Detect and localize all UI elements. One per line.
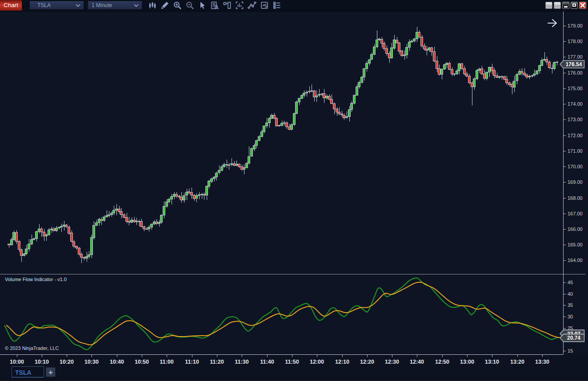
svg-text:30: 30 bbox=[568, 314, 573, 319]
svg-text:164.00: 164.00 bbox=[568, 258, 583, 263]
svg-text:168.00: 168.00 bbox=[568, 195, 583, 201]
svg-text:173.00: 173.00 bbox=[568, 117, 583, 122]
svg-text:166.00: 166.00 bbox=[568, 226, 583, 232]
svg-text:10:20: 10:20 bbox=[60, 359, 74, 365]
svg-text:11:50: 11:50 bbox=[285, 359, 299, 365]
svg-text:12:50: 12:50 bbox=[435, 359, 449, 365]
svg-text:13:30: 13:30 bbox=[535, 359, 549, 365]
svg-text:11:40: 11:40 bbox=[260, 359, 274, 365]
svg-text:© 2023 NinjaTrader, LLC: © 2023 NinjaTrader, LLC bbox=[5, 345, 59, 351]
svg-text:40: 40 bbox=[568, 291, 573, 297]
svg-text:11:20: 11:20 bbox=[210, 359, 224, 365]
svg-text:177.00: 177.00 bbox=[568, 54, 583, 60]
svg-text:11:10: 11:10 bbox=[185, 359, 199, 365]
svg-text:179.00: 179.00 bbox=[568, 23, 583, 28]
svg-text:176.54: 176.54 bbox=[566, 61, 582, 67]
svg-text:13:00: 13:00 bbox=[460, 359, 474, 365]
svg-text:165.00: 165.00 bbox=[568, 242, 583, 247]
svg-text:10:30: 10:30 bbox=[84, 359, 99, 365]
svg-text:169.00: 169.00 bbox=[568, 179, 583, 185]
svg-text:12:20: 12:20 bbox=[360, 359, 374, 365]
svg-text:13:20: 13:20 bbox=[510, 359, 524, 365]
svg-text:35: 35 bbox=[568, 302, 573, 308]
svg-text:167.00: 167.00 bbox=[568, 211, 583, 216]
svg-text:176.00: 176.00 bbox=[568, 70, 583, 75]
svg-text:10:00: 10:00 bbox=[10, 359, 24, 365]
svg-text:15: 15 bbox=[568, 348, 573, 353]
svg-text:10:10: 10:10 bbox=[35, 359, 49, 365]
svg-text:11:30: 11:30 bbox=[235, 359, 249, 365]
svg-text:13:10: 13:10 bbox=[485, 359, 499, 365]
svg-text:172.00: 172.00 bbox=[568, 133, 583, 138]
svg-text:12:30: 12:30 bbox=[385, 359, 399, 365]
svg-text:20.74: 20.74 bbox=[567, 335, 580, 341]
svg-text:12:40: 12:40 bbox=[410, 359, 424, 365]
svg-text:10:50: 10:50 bbox=[135, 359, 149, 365]
svg-text:175.00: 175.00 bbox=[568, 86, 583, 91]
svg-text:10:40: 10:40 bbox=[110, 359, 124, 365]
svg-text:11:00: 11:00 bbox=[160, 359, 174, 365]
svg-text:TSLA: TSLA bbox=[15, 369, 32, 376]
svg-text:171.00: 171.00 bbox=[568, 148, 583, 154]
svg-text:174.00: 174.00 bbox=[568, 101, 583, 107]
svg-text:Volume Flow Indicator - v1.0: Volume Flow Indicator - v1.0 bbox=[5, 277, 67, 282]
svg-text:12:10: 12:10 bbox=[335, 359, 349, 365]
svg-text:178.00: 178.00 bbox=[568, 39, 583, 44]
svg-text:12:00: 12:00 bbox=[310, 359, 324, 365]
svg-text:+: + bbox=[48, 368, 53, 377]
svg-text:45: 45 bbox=[568, 280, 573, 285]
svg-text:170.00: 170.00 bbox=[568, 164, 583, 169]
